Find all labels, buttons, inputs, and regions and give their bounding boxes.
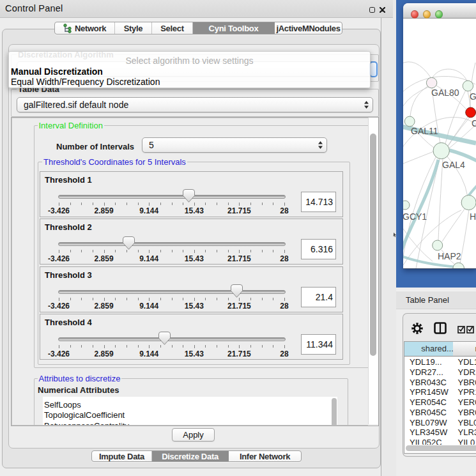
slider-thumb[interactable] [158, 332, 171, 345]
attribute-item[interactable]: BetweennessCentrality [44, 421, 129, 426]
threshold-card: Threshold 3-3.4262.8599.14415.4321.71528… [40, 266, 343, 312]
tab-style[interactable]: Style [115, 22, 152, 34]
settings-scrollbar-thumb[interactable] [370, 134, 376, 356]
close-icon[interactable] [380, 7, 385, 13]
bottom-tab-impute-data[interactable]: Impute Data [92, 451, 152, 461]
table-cell[interactable]: YER0 [458, 397, 476, 407]
tab-cyni-toolbox[interactable]: Cyni Toolbox [193, 22, 275, 34]
network-node[interactable] [426, 77, 436, 88]
slider-tick [149, 345, 150, 348]
settings-form: Interval Definition Number of Intervals … [12, 118, 368, 426]
attributes-group-title: Attributes to discretize [38, 374, 122, 383]
minimize-traffic-light[interactable] [423, 10, 431, 19]
threshold-value-field[interactable]: 14.713 [301, 192, 336, 212]
slider-tick-label: 21.715 [227, 349, 251, 358]
network-node[interactable] [433, 240, 443, 250]
gear-icon[interactable] [411, 323, 423, 334]
network-node[interactable] [403, 201, 410, 210]
slider-tick [59, 298, 59, 301]
table-cell[interactable]: YLR345W [410, 427, 447, 437]
float-window-icon[interactable] [369, 7, 375, 13]
table-cell[interactable]: YBL079W [410, 418, 447, 427]
network-edge [460, 210, 469, 263]
slider-tick-label: 15.43 [185, 254, 204, 263]
network-node[interactable] [453, 263, 464, 268]
threshold-value-field[interactable]: 11.344 [301, 334, 336, 355]
table-cell[interactable]: YBR043C [410, 378, 447, 387]
slider-tick [250, 298, 251, 300]
tab-network[interactable]: Network [55, 22, 115, 34]
zoom-traffic-light[interactable] [435, 10, 443, 19]
slider-tick-label: -3.426 [48, 302, 70, 311]
slider-tick [284, 250, 285, 253]
slider-track[interactable] [58, 195, 286, 199]
popup-option[interactable]: Equal Width/Frequency Discretization [11, 77, 160, 87]
table-cell[interactable]: YBR045C [410, 408, 447, 417]
slider-tick [81, 298, 82, 300]
slider-track[interactable] [58, 242, 286, 246]
checkbox-icons[interactable] [457, 326, 474, 334]
slider-tick [70, 345, 71, 348]
table-cell[interactable]: YDR2 [458, 367, 476, 377]
table-cell[interactable]: YIL0 [458, 438, 475, 445]
slider-tick [183, 250, 183, 252]
slider-tick-label: 2.859 [95, 254, 114, 263]
slider-thumb[interactable] [231, 284, 243, 298]
table-cell[interactable]: YDR27... [410, 367, 443, 377]
table-cell[interactable]: YBL0 [458, 418, 476, 427]
slider-tick [239, 203, 240, 206]
table-cell[interactable]: YBR0 [458, 408, 476, 417]
slider-thumb[interactable] [123, 236, 135, 250]
slider-thumb[interactable] [183, 189, 195, 203]
bottom-tab-infer-network[interactable]: Infer Network [229, 451, 301, 461]
slider-tick-label: 15.43 [185, 206, 204, 215]
slider-track[interactable] [58, 337, 286, 341]
table-data-combo[interactable]: galFiltered.sif default node [17, 97, 373, 112]
split-columns-icon[interactable] [434, 322, 447, 334]
table-cell[interactable]: YDL19... [410, 357, 442, 367]
table-cell[interactable]: YPR145W [410, 387, 449, 397]
close-traffic-light[interactable] [411, 10, 419, 19]
table-cell[interactable]: YIL052C [410, 438, 442, 445]
slider-tick [262, 250, 263, 252]
slider-tick [160, 298, 161, 300]
threshold-value-field[interactable]: 21.4 [301, 287, 336, 307]
bottom-tabs: Impute DataDiscretize DataInfer Network [91, 450, 302, 462]
table-hscrollbar-track[interactable] [404, 445, 476, 452]
network-view[interactable]: GAL80GCGAL11GAL4GCY1HHAP2 [403, 18, 476, 268]
tab-select[interactable]: Select [152, 22, 193, 34]
slider-tick [70, 250, 71, 252]
table-cell[interactable]: YER054C [410, 397, 447, 407]
slider-tick [81, 250, 82, 252]
table-cell[interactable]: YLR3 [458, 427, 476, 437]
popup-option[interactable]: Manual Discretization [11, 66, 103, 77]
table-header-name[interactable]: n [453, 342, 476, 357]
threshold-label: Threshold 2 [45, 222, 92, 232]
tab-label: Network [75, 24, 106, 33]
attribute-item[interactable]: SelfLoops [44, 400, 81, 410]
threshold-value-field[interactable]: 6.316 [301, 239, 336, 259]
tab-jactivemnodules[interactable]: jActiveMNodules [275, 22, 342, 34]
slider-tick [81, 345, 82, 348]
network-node[interactable] [463, 81, 473, 91]
network-node[interactable] [433, 142, 449, 158]
attributes-scrollbar-thumb[interactable] [332, 398, 337, 426]
table-cell[interactable]: YDL1 [458, 357, 476, 367]
slider-tick [205, 203, 206, 205]
apply-button[interactable]: Apply [172, 428, 215, 441]
table-cell[interactable]: YBR0 [458, 378, 476, 387]
network-node[interactable] [461, 196, 476, 210]
number-of-intervals-combo[interactable]: 5 [142, 137, 327, 153]
control-panel-titlebar: Control Panel [0, 0, 393, 18]
bottom-tab-discretize-data[interactable]: Discretize Data [152, 451, 229, 461]
network-node-label: GAL80 [431, 88, 459, 98]
threshold-label: Threshold 4 [45, 318, 92, 327]
table-cell[interactable]: YPR1 [458, 387, 476, 397]
slider-tick-label: 2.859 [95, 349, 114, 358]
table-hscrollbar-thumb[interactable] [406, 445, 476, 451]
numerical-attributes-list[interactable]: SelfLoopsTopologicalCoefficientBetweenne… [43, 397, 330, 426]
network-node[interactable] [404, 116, 415, 127]
attribute-item[interactable]: TopologicalCoefficient [44, 410, 125, 420]
slider-track[interactable] [58, 290, 286, 294]
network-node[interactable] [466, 107, 476, 118]
